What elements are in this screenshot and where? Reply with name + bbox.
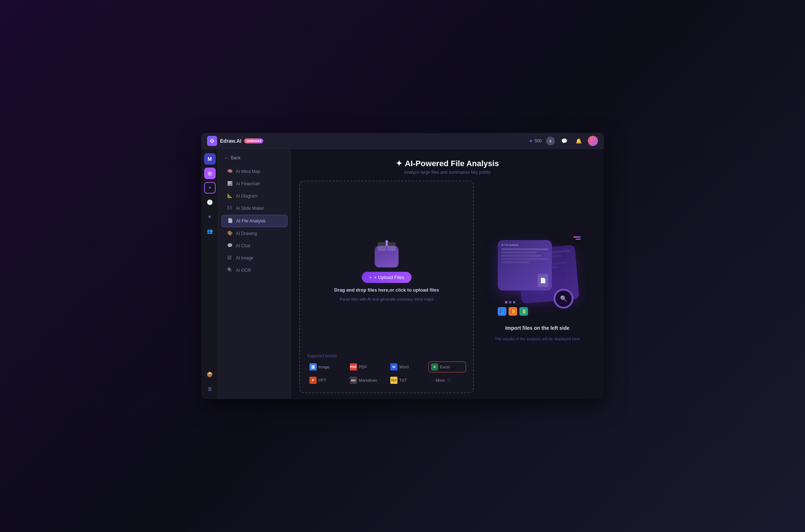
more-dots-icon: ··· xyxy=(431,378,434,382)
image-format-icon: 🖼 xyxy=(309,363,317,371)
mind-map-icon: 🧠 xyxy=(227,169,233,174)
sidebar-item-drawing[interactable]: 🎨 AI Drawing xyxy=(221,228,287,239)
sidebar-item-mind-map[interactable]: 🧠 AI Mind Map xyxy=(221,166,287,177)
upload-main-text: Drag and drop files here,or click to upl… xyxy=(334,287,439,293)
back-label: Back xyxy=(231,155,241,160)
markdown-format-label: Markdown xyxy=(359,378,377,382)
sidebar-item-flowchart[interactable]: 📊 AI Flowchart xyxy=(221,178,287,190)
bell-icon-btn[interactable]: 🔔 xyxy=(573,136,584,146)
diagram-label: AI Diagram xyxy=(236,194,258,199)
image-icon: 🖼 xyxy=(227,255,233,261)
add-button[interactable]: + xyxy=(546,137,555,145)
format-word[interactable]: W Word xyxy=(388,362,426,372)
sidebar-item-team[interactable]: 👥 xyxy=(204,225,216,237)
decorative-lines xyxy=(573,236,581,240)
sidebar-item-diagram[interactable]: 📐 AI Diagram xyxy=(221,190,287,202)
top-bar: Edraw.AI Unlimited ✦ 500 + 💬 🔔 xyxy=(201,133,604,149)
upload-plus-icon: + xyxy=(369,275,372,280)
sidebar-item-star[interactable]: ★ xyxy=(204,211,216,222)
slide-maker-label: AI Slide Maker xyxy=(236,206,264,211)
formats-label: Supported formats xyxy=(307,354,466,358)
sidebar-item-grid[interactable]: ⊞ xyxy=(204,168,216,179)
excel-format-icon: X xyxy=(431,363,438,371)
sidebar-item-trash[interactable]: 🗑 xyxy=(204,383,216,395)
sidebar-item-file-analysis[interactable]: 📄 AI File Analysis xyxy=(221,215,287,227)
logo-icon xyxy=(207,136,217,146)
main-content: ✦ AI-Powered File Analysis Analyze large… xyxy=(291,149,604,399)
format-more[interactable]: ··· More ⓘ xyxy=(428,375,466,385)
status-dots xyxy=(505,301,515,303)
preview-subtitle: The results of the analysis will be disp… xyxy=(495,337,580,341)
formats-grid: 🖼 Image PDF PDF W Word xyxy=(307,362,466,385)
drawing-icon: 🎨 xyxy=(227,231,233,236)
slide-maker-icon: 🎞 xyxy=(227,205,233,211)
image-label: AI Image xyxy=(236,256,253,261)
ppt-format-label: PPT xyxy=(318,378,326,382)
format-image[interactable]: 🖼 Image xyxy=(307,362,345,372)
two-col-layout: ⬆ + + Upload Files Drag and drop files h… xyxy=(291,181,604,399)
credits-count: 500 xyxy=(535,138,542,143)
sidebar-item-m[interactable]: M xyxy=(204,153,216,165)
illus-label: AI File Analysis xyxy=(498,240,552,248)
format-txt[interactable]: TXT TXT xyxy=(388,375,426,385)
sparkle-icon: ✦ xyxy=(529,138,533,144)
sidebar-item-clock[interactable]: 🕐 xyxy=(204,196,216,208)
format-pdf[interactable]: PDF PDF xyxy=(348,362,385,372)
preview-title: Import files on the left side xyxy=(505,325,569,331)
word-format-label: Word xyxy=(399,365,409,369)
ocr-icon: 🔍 xyxy=(227,267,233,273)
mind-map-label: AI Mind Map xyxy=(236,169,260,174)
app-window: Edraw.AI Unlimited ✦ 500 + 💬 🔔 M ⊞ ✦ 🕐 ★… xyxy=(201,133,604,399)
title-sparkle-icon: ✦ xyxy=(396,159,402,168)
app-name: Edraw.AI xyxy=(220,138,241,144)
format-icons-row: 📘 📙 📗 xyxy=(498,307,528,316)
upload-panel[interactable]: ⬆ + + Upload Files Drag and drop files h… xyxy=(299,181,474,393)
more-format-label: More xyxy=(436,378,445,382)
upload-btn-label: + Upload Files xyxy=(374,275,404,280)
excel-format-label: Excel xyxy=(440,365,450,369)
image-format-label: Image xyxy=(318,365,330,369)
ocr-label: AI OCR xyxy=(236,268,251,273)
format-ppt[interactable]: P PPT xyxy=(307,375,345,385)
format-excel[interactable]: X Excel xyxy=(428,362,466,372)
unlimited-badge: Unlimited xyxy=(244,138,263,143)
format-markdown[interactable]: MD Markdown xyxy=(348,375,385,385)
upload-files-button[interactable]: + + Upload Files xyxy=(362,272,411,283)
logo-area: Edraw.AI Unlimited xyxy=(207,136,263,146)
txt-format-icon: TXT xyxy=(390,377,397,384)
diagram-icon: 📐 xyxy=(227,193,233,199)
sidebar-item-slide-maker[interactable]: 🎞 AI Slide Maker xyxy=(221,203,287,214)
formats-section: Supported formats 🖼 Image PDF PDF xyxy=(307,354,466,385)
credits-area: ✦ 500 xyxy=(529,138,542,144)
pdf-format-icon: PDF xyxy=(350,363,357,371)
upload-area[interactable]: ⬆ + + Upload Files Drag and drop files h… xyxy=(334,189,439,351)
sidebar-item-ai[interactable]: ✦ xyxy=(204,182,216,194)
top-bar-right: ✦ 500 + 💬 🔔 xyxy=(529,136,598,146)
page-title: ✦ AI-Powered File Analysis xyxy=(298,159,597,168)
markdown-format-icon: MD xyxy=(350,377,357,384)
sidebar-item-ocr[interactable]: 🔍 AI OCR xyxy=(221,265,287,276)
flowchart-icon: 📊 xyxy=(227,181,233,187)
ppt-format-icon: P xyxy=(309,377,317,384)
sidebar-item-box[interactable]: 📦 xyxy=(204,369,216,380)
left-nav: ← Back 🧠 AI Mind Map 📊 AI Flowchart 📐 AI… xyxy=(219,149,291,399)
avatar[interactable] xyxy=(588,136,598,146)
file-analysis-icon: 📄 xyxy=(228,218,233,224)
back-button[interactable]: ← Back xyxy=(219,153,290,163)
pdf-format-label: PDF xyxy=(359,365,367,369)
txt-format-label: TXT xyxy=(399,378,407,382)
info-icon: ⓘ xyxy=(447,378,451,383)
word-format-icon: W xyxy=(390,363,397,371)
back-arrow-icon: ← xyxy=(224,155,229,160)
flowchart-label: AI Flowchart xyxy=(236,181,260,186)
file-analysis-label: AI File Analysis xyxy=(236,218,265,223)
page-subtitle: Analyze large files and summarize key po… xyxy=(298,170,597,175)
sidebar-item-image[interactable]: 🖼 AI Image xyxy=(221,252,287,264)
title-text: AI-Powered File Analysis xyxy=(405,159,499,168)
chat-icon: 💬 xyxy=(227,243,233,249)
content-header: ✦ AI-Powered File Analysis Analyze large… xyxy=(291,149,604,181)
preview-panel: AI File Analysis 📄 xyxy=(480,181,595,393)
chat-icon-btn[interactable]: 💬 xyxy=(559,136,569,146)
sidebar-item-chat[interactable]: 💬 AI Chat xyxy=(221,240,287,252)
drawing-label: AI Drawing xyxy=(236,231,257,236)
